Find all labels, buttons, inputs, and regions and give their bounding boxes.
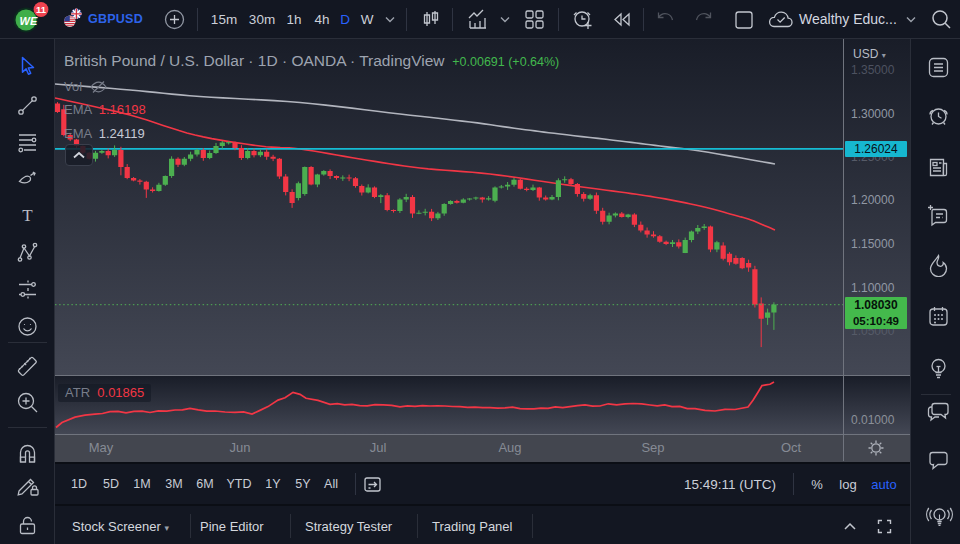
svg-text:WE: WE [20,15,38,27]
svg-text:T: T [22,206,33,225]
svg-text:11: 11 [36,4,47,15]
